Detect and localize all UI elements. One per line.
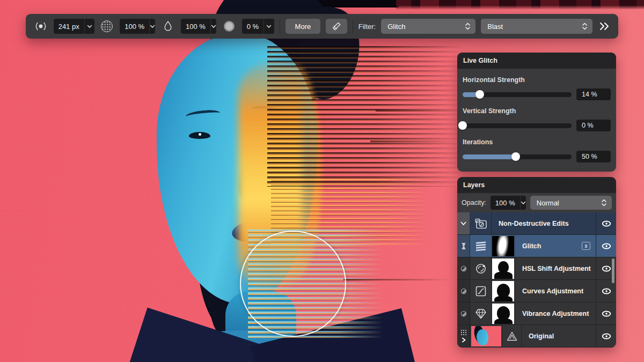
- live-filter-layer-icon: [470, 235, 492, 257]
- layer-gutter[interactable]: [457, 325, 470, 347]
- half-circle-icon: [460, 311, 467, 317]
- slider-thumb[interactable]: [511, 152, 520, 161]
- visibility-toggle[interactable]: [596, 325, 616, 347]
- live-filter-marker: [457, 235, 470, 257]
- brush-hardness-value: 0 %: [242, 23, 264, 31]
- chevron-down-icon[interactable]: [520, 196, 526, 210]
- brush-toolbar: 241 px 100 % 100 % 0 %: [26, 14, 618, 39]
- filter-type-dropdown[interactable]: Blast: [481, 19, 592, 34]
- visibility-toggle[interactable]: [596, 235, 616, 257]
- layer-row-original[interactable]: Original: [457, 325, 616, 348]
- toolbar-divider: [353, 19, 353, 33]
- layers-controls: Opacity: 100 % Normal: [457, 193, 616, 212]
- double-chevron-right-icon: [598, 21, 611, 31]
- layer-name: Non-Destructive Edits: [492, 212, 596, 234]
- eye-glint: [199, 133, 201, 136]
- brush-width-field[interactable]: 241 px: [54, 19, 94, 34]
- horizontal-strength-label: Horizontal Strength: [463, 76, 611, 84]
- glitch-streak-line: [343, 279, 451, 280]
- vertical-strength-value[interactable]: 0 %: [576, 120, 611, 131]
- curves-adjustment-icon: [470, 280, 492, 302]
- eye-icon: [602, 265, 611, 272]
- blend-mode-dropdown[interactable]: Normal: [530, 196, 612, 210]
- live-glitch-panel: Live Glitch Horizontal Strength 14 % Ver…: [457, 53, 616, 172]
- horizontal-strength-slider[interactable]: [463, 92, 572, 97]
- hourglass-icon: [460, 242, 467, 250]
- layer-name: HSL Shift Adjustment: [515, 257, 596, 279]
- eye-icon: [602, 311, 611, 317]
- flow-droplet-icon: [160, 19, 175, 34]
- slider-thumb[interactable]: [458, 121, 467, 130]
- portrait-eye-left: [189, 132, 210, 139]
- chevron-down-icon[interactable]: [149, 19, 155, 34]
- live-filter-badge: s: [582, 242, 590, 250]
- filter-category-value: Glitch: [387, 23, 405, 31]
- hardness-icon: [222, 19, 237, 34]
- brush-hardness-field[interactable]: 0 %: [242, 19, 274, 34]
- brush-settings-button[interactable]: [326, 19, 347, 34]
- glitch-streaks-top: [267, 46, 464, 187]
- layer-name: Curves Adjustment: [515, 280, 596, 302]
- more-button[interactable]: More: [286, 19, 321, 34]
- group-expander[interactable]: [457, 212, 470, 234]
- layers-header[interactable]: Layers: [457, 177, 616, 193]
- adjustment-marker: [457, 257, 470, 279]
- layer-row-vibrance[interactable]: Vibrance Adjustment: [457, 302, 616, 325]
- iterations-label: Iterations: [463, 138, 611, 146]
- layer-mask-thumbnail[interactable]: [492, 302, 515, 324]
- layer-mask-thumbnail[interactable]: [492, 235, 515, 257]
- chevron-down-icon[interactable]: [210, 19, 216, 34]
- adjustment-marker: [457, 302, 470, 324]
- chevron-updown-icon: [582, 22, 588, 31]
- glitch-streak-line: [370, 141, 456, 142]
- blend-mode-value: Normal: [537, 199, 559, 207]
- layer-opacity-field[interactable]: 100 %: [491, 196, 526, 210]
- vertical-strength-slider[interactable]: [463, 123, 572, 128]
- vertical-strength-label: Vertical Strength: [463, 107, 611, 115]
- chevron-down-icon[interactable]: [264, 19, 274, 34]
- layer-mask-thumbnail[interactable]: [492, 257, 515, 279]
- layers-title: Layers: [463, 181, 485, 189]
- eye-icon: [602, 333, 611, 339]
- layer-row-hsl-shift[interactable]: HSL Shift Adjustment: [457, 257, 616, 280]
- visibility-toggle[interactable]: [596, 302, 616, 324]
- brush-icon: [331, 21, 342, 32]
- visibility-toggle[interactable]: [596, 280, 616, 302]
- iterations-value[interactable]: 50 %: [576, 151, 611, 162]
- adjustment-marker: [457, 280, 470, 302]
- horizontal-strength-value[interactable]: 14 %: [576, 88, 611, 100]
- iterations-slider[interactable]: [463, 154, 572, 159]
- vibrance-adjustment-icon: [470, 302, 492, 324]
- glitch-streak-top-red: [396, 0, 644, 10]
- glitch-streak-line: [376, 110, 467, 112]
- brush-flow-value: 100 %: [181, 23, 210, 31]
- image-layer-icon: [502, 325, 522, 347]
- layer-thumbnail[interactable]: [470, 325, 502, 347]
- filter-category-dropdown[interactable]: Glitch: [381, 19, 475, 34]
- brush-width-icon: [33, 19, 48, 34]
- layer-row-curves[interactable]: Curves Adjustment: [457, 280, 616, 302]
- slider-thumb[interactable]: [475, 90, 484, 99]
- layer-mask-thumbnail[interactable]: [492, 280, 515, 302]
- brush-opacity-field[interactable]: 100 %: [120, 19, 155, 34]
- layers-scrollbar[interactable]: [612, 258, 614, 283]
- layer-name: Vibrance Adjustment: [515, 302, 596, 324]
- live-glitch-header[interactable]: Live Glitch: [457, 53, 616, 69]
- layer-row-non-destructive-edits[interactable]: Non-Destructive Edits: [457, 212, 616, 235]
- eye-icon: [602, 288, 611, 294]
- chevron-updown-icon: [465, 22, 471, 31]
- layer-row-glitch[interactable]: Glitch s: [457, 235, 616, 257]
- opacity-label: Opacity:: [462, 199, 486, 206]
- brush-width-value: 241 px: [54, 23, 84, 31]
- chevron-down-icon[interactable]: [84, 19, 94, 34]
- filter-type-value: Blast: [487, 23, 503, 31]
- layers-panel: Layers Opacity: 100 % Normal: [457, 177, 616, 348]
- chevron-updown-icon: [601, 198, 607, 207]
- toolbar-expand-button[interactable]: [598, 21, 611, 31]
- brush-cursor-circle: [240, 231, 346, 337]
- live-glitch-title: Live Glitch: [463, 57, 497, 64]
- brush-flow-field[interactable]: 100 %: [181, 19, 216, 34]
- visibility-toggle[interactable]: [596, 212, 616, 234]
- opacity-texture-icon: [100, 19, 115, 34]
- transparency-checker-icon: [460, 329, 467, 336]
